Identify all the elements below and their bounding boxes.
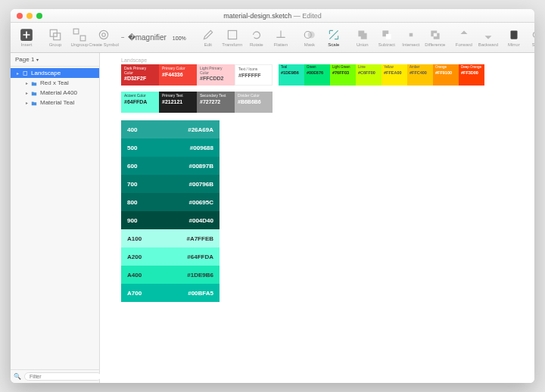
- mirror-button[interactable]: Mirror: [503, 28, 525, 47]
- sidebar-item-material-teal[interactable]: ▸Material Teal: [11, 98, 99, 107]
- artboard[interactable]: Dark Primary Color#D32F2FPrimary Color#F…: [121, 64, 534, 302]
- swatch[interactable]: Dark Primary Color#D32F2F: [121, 64, 159, 86]
- scale-button[interactable]: Scale: [322, 28, 345, 47]
- swatch-label: A200: [127, 254, 142, 260]
- symbol-icon: [97, 28, 111, 42]
- cloud-icon: [531, 28, 534, 42]
- teal-swatch[interactable]: 800#00695C: [121, 193, 220, 211]
- swatch-value: #FF9100: [435, 70, 456, 75]
- swatch-label: Light Green: [332, 66, 353, 70]
- share-button[interactable]: Share: [527, 28, 534, 47]
- svg-rect-11: [386, 34, 391, 39]
- difference-icon: [428, 28, 442, 42]
- zoom-in-icon[interactable]: �magnifier: [128, 33, 167, 42]
- group-icon: [48, 28, 62, 42]
- accent-swatch[interactable]: Orange#FF9100: [433, 64, 459, 86]
- teal-swatch[interactable]: A100#A7FFEB: [121, 229, 220, 247]
- swatch-label: 400: [127, 126, 137, 133]
- swatch-value: #00897B: [189, 163, 213, 170]
- pencil-icon: [201, 28, 215, 42]
- create-symbol-button[interactable]: Create Symbol: [92, 28, 115, 47]
- teal-swatch[interactable]: A400#1DE9B6: [121, 266, 220, 284]
- transform-button[interactable]: Transform: [221, 28, 244, 47]
- mask-button[interactable]: Mask: [298, 28, 321, 47]
- intersect-button[interactable]: Intersect: [400, 28, 422, 47]
- swatch-value: #FFEA00: [384, 70, 405, 75]
- swatch-label: A400: [127, 272, 142, 278]
- swatch[interactable]: Divider Color#B6B6B6: [235, 92, 272, 113]
- teal-swatch[interactable]: A200#64FFDA: [121, 247, 220, 266]
- swatch-value: #FFFFFF: [238, 73, 269, 78]
- svg-point-9: [308, 32, 315, 39]
- sidebar-item-red-x-teal[interactable]: ▸Red x Teal: [11, 78, 99, 88]
- subtract-icon: [380, 28, 394, 42]
- svg-rect-7: [228, 30, 236, 39]
- teal-swatch[interactable]: 600#00897B: [121, 157, 220, 175]
- swatch-value: #FF3D00: [461, 70, 482, 75]
- ungroup-icon: [73, 28, 86, 42]
- artboard-label: Landscape: [121, 58, 534, 63]
- swatch-label: Accent Color: [124, 94, 156, 98]
- rotate-button[interactable]: Rotate: [245, 28, 268, 47]
- chevron-down-icon: ▾: [36, 57, 39, 62]
- backward-button[interactable]: Backward: [477, 28, 500, 47]
- swatch-label: 500: [127, 145, 137, 151]
- swatch[interactable]: Light Primary Color#FFCDD2: [197, 64, 235, 86]
- swatch-label: A100: [127, 235, 142, 242]
- accent-swatch[interactable]: Green#00E676: [304, 64, 330, 86]
- zoom-out-icon[interactable]: −: [121, 34, 125, 41]
- flatten-icon: [274, 28, 288, 42]
- zoom-level[interactable]: 100%: [168, 35, 191, 41]
- svg-rect-13: [510, 30, 517, 39]
- scale-icon: [327, 28, 341, 42]
- swatch[interactable]: Primary Color#F44336: [159, 64, 197, 86]
- accent-swatch[interactable]: Light Green#76FF03: [330, 64, 356, 86]
- canvas[interactable]: Landscape Dark Primary Color#D32F2FPrima…: [100, 53, 534, 383]
- accent-swatch[interactable]: Yellow#FFEA00: [382, 64, 407, 86]
- sidebar-item-landscape[interactable]: ▸◻Landscape: [11, 68, 99, 78]
- swatch-value: #1DE9B6: [281, 70, 302, 75]
- svg-rect-4: [80, 36, 86, 41]
- edit-button[interactable]: Edit: [197, 28, 220, 47]
- swatch[interactable]: Secondary Text#727272: [197, 92, 235, 113]
- accent-swatch[interactable]: Amber#FFC400: [407, 64, 433, 86]
- svg-point-6: [102, 33, 106, 37]
- union-button[interactable]: Union: [351, 28, 374, 47]
- swatch-value: #00BFA5: [188, 290, 213, 297]
- swatch[interactable]: Primary Text#212121: [159, 92, 197, 113]
- swatch[interactable]: Text / Icons#FFFFFF: [235, 64, 272, 86]
- forward-button[interactable]: Forward: [453, 28, 475, 47]
- subtract-button[interactable]: Subtract: [375, 28, 398, 47]
- folder-icon: [31, 90, 37, 96]
- swatch-label: Teal: [281, 66, 302, 70]
- insert-button[interactable]: Insert: [15, 28, 38, 47]
- swatch-label: 600: [127, 163, 137, 170]
- page-selector[interactable]: Page 1▾: [11, 53, 99, 67]
- filter-input[interactable]: [24, 372, 101, 381]
- layer-label: Landscape: [31, 70, 61, 76]
- swatch-label: 900: [127, 217, 137, 224]
- sidebar-item-material-a400[interactable]: ▸Material A400: [11, 88, 99, 98]
- swatch-value: #76FF03: [332, 70, 353, 75]
- accent-swatch[interactable]: Deep Orange#FF3D00: [459, 64, 484, 86]
- swatch-value: #F44336: [162, 72, 194, 77]
- teal-swatch[interactable]: 900#004D40: [121, 211, 220, 229]
- swatch-label: Primary Text: [162, 94, 194, 98]
- teal-swatch[interactable]: 700#00796B: [121, 175, 220, 193]
- flatten-button[interactable]: Flatten: [269, 28, 292, 47]
- swatch-label: Light Primary Color: [200, 67, 232, 75]
- accent-swatch[interactable]: Teal#1DE9B6: [279, 64, 304, 86]
- titlebar[interactable]: material-design.sketch — Edited: [11, 9, 534, 23]
- swatch[interactable]: Accent Color#64FFDA: [121, 92, 159, 113]
- accent-swatch[interactable]: Lime#C6FF00: [356, 64, 382, 86]
- swatch-label: A700: [127, 290, 142, 297]
- difference-button[interactable]: Difference: [424, 28, 447, 47]
- swatch-label: 800: [127, 199, 137, 206]
- teal-swatch[interactable]: 400#26A69A: [121, 120, 220, 138]
- teal-swatch[interactable]: A700#00BFA5: [121, 284, 220, 302]
- teal-swatch[interactable]: 500#009688: [121, 138, 220, 157]
- swatch-value: #B6B6B6: [238, 99, 269, 104]
- ungroup-button[interactable]: Ungroup: [68, 28, 91, 47]
- zoom-controls[interactable]: − �magnifier: [121, 33, 167, 42]
- group-button[interactable]: Group: [44, 28, 67, 47]
